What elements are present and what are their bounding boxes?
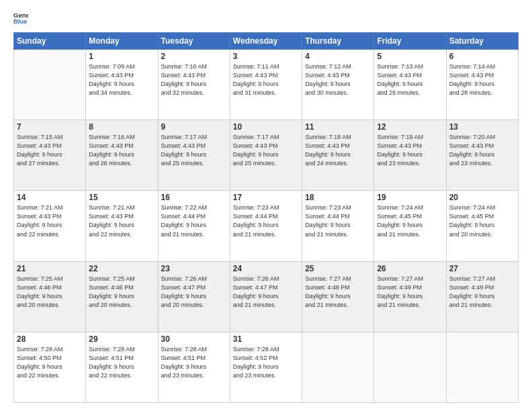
calendar-cell: 19Sunrise: 7:24 AMSunset: 4:45 PMDayligh… — [374, 191, 446, 261]
calendar-cell: 16Sunrise: 7:22 AMSunset: 4:44 PMDayligh… — [158, 191, 230, 261]
calendar-cell — [14, 50, 86, 120]
calendar-cell: 21Sunrise: 7:25 AMSunset: 4:46 PMDayligh… — [14, 261, 86, 332]
calendar-cell: 24Sunrise: 7:26 AMSunset: 4:47 PMDayligh… — [230, 261, 302, 332]
weekday-header-wednesday: Wednesday — [230, 33, 302, 50]
day-info: Sunrise: 7:27 AMSunset: 4:48 PMDaylight:… — [305, 275, 371, 310]
day-number: 5 — [377, 52, 443, 61]
calendar-cell: 11Sunrise: 7:18 AMSunset: 4:43 PMDayligh… — [302, 120, 374, 191]
calendar-cell: 5Sunrise: 7:13 AMSunset: 4:43 PMDaylight… — [374, 50, 446, 120]
day-number: 14 — [17, 193, 83, 202]
day-info: Sunrise: 7:25 AMSunset: 4:46 PMDaylight:… — [17, 275, 83, 310]
calendar-cell: 22Sunrise: 7:25 AMSunset: 4:46 PMDayligh… — [86, 261, 158, 332]
calendar-cell: 2Sunrise: 7:10 AMSunset: 4:43 PMDaylight… — [158, 50, 230, 120]
day-info: Sunrise: 7:25 AMSunset: 4:46 PMDaylight:… — [89, 275, 154, 310]
day-info: Sunrise: 7:28 AMSunset: 4:50 PMDaylight:… — [17, 345, 83, 380]
day-info: Sunrise: 7:23 AMSunset: 4:44 PMDaylight:… — [305, 203, 371, 238]
calendar-cell: 27Sunrise: 7:27 AMSunset: 4:49 PMDayligh… — [446, 261, 518, 332]
calendar-cell: 1Sunrise: 7:09 AMSunset: 4:43 PMDaylight… — [86, 50, 158, 120]
day-info: Sunrise: 7:21 AMSunset: 4:43 PMDaylight:… — [89, 203, 154, 238]
day-info: Sunrise: 7:27 AMSunset: 4:49 PMDaylight:… — [377, 275, 443, 310]
calendar-cell: 13Sunrise: 7:20 AMSunset: 4:43 PMDayligh… — [446, 120, 518, 191]
day-info: Sunrise: 7:12 AMSunset: 4:43 PMDaylight:… — [305, 62, 371, 97]
day-number: 11 — [305, 122, 371, 132]
day-info: Sunrise: 7:20 AMSunset: 4:43 PMDaylight:… — [449, 133, 515, 168]
calendar-cell: 15Sunrise: 7:21 AMSunset: 4:43 PMDayligh… — [86, 191, 158, 261]
day-number: 20 — [449, 193, 515, 202]
day-number: 29 — [89, 334, 154, 344]
day-info: Sunrise: 7:18 AMSunset: 4:43 PMDaylight:… — [305, 133, 371, 168]
day-number: 8 — [89, 122, 154, 132]
day-number: 2 — [161, 52, 227, 61]
calendar-cell: 30Sunrise: 7:28 AMSunset: 4:51 PMDayligh… — [158, 332, 230, 402]
calendar-cell: 12Sunrise: 7:19 AMSunset: 4:43 PMDayligh… — [374, 120, 446, 191]
day-number: 7 — [17, 122, 83, 132]
calendar-cell — [374, 332, 446, 402]
day-info: Sunrise: 7:11 AMSunset: 4:43 PMDaylight:… — [233, 62, 299, 97]
calendar-cell: 17Sunrise: 7:23 AMSunset: 4:44 PMDayligh… — [230, 191, 302, 261]
week-row-1: 1Sunrise: 7:09 AMSunset: 4:43 PMDaylight… — [14, 50, 519, 120]
day-number: 4 — [305, 52, 371, 61]
day-number: 9 — [161, 122, 227, 132]
weekday-header-sunday: Sunday — [14, 33, 86, 50]
calendar-cell — [302, 332, 374, 402]
week-row-4: 21Sunrise: 7:25 AMSunset: 4:46 PMDayligh… — [14, 261, 519, 332]
day-number: 13 — [449, 122, 515, 132]
page: General Blue SundayMondayTuesdayWednesda… — [0, 0, 532, 411]
day-number: 26 — [377, 264, 443, 273]
weekday-header-friday: Friday — [374, 33, 446, 50]
day-info: Sunrise: 7:23 AMSunset: 4:44 PMDaylight:… — [233, 203, 299, 238]
day-info: Sunrise: 7:13 AMSunset: 4:43 PMDaylight:… — [377, 62, 443, 97]
day-info: Sunrise: 7:10 AMSunset: 4:43 PMDaylight:… — [161, 62, 227, 97]
calendar-cell: 31Sunrise: 7:28 AMSunset: 4:52 PMDayligh… — [230, 332, 302, 402]
calendar-cell: 14Sunrise: 7:21 AMSunset: 4:43 PMDayligh… — [14, 191, 86, 261]
day-number: 25 — [305, 264, 371, 273]
calendar-cell: 18Sunrise: 7:23 AMSunset: 4:44 PMDayligh… — [302, 191, 374, 261]
day-number: 19 — [377, 193, 443, 202]
calendar-cell: 3Sunrise: 7:11 AMSunset: 4:43 PMDaylight… — [230, 50, 302, 120]
day-info: Sunrise: 7:28 AMSunset: 4:51 PMDaylight:… — [89, 345, 154, 380]
day-number: 12 — [377, 122, 443, 132]
day-info: Sunrise: 7:28 AMSunset: 4:51 PMDaylight:… — [161, 345, 227, 380]
day-info: Sunrise: 7:16 AMSunset: 4:43 PMDaylight:… — [89, 133, 154, 168]
day-info: Sunrise: 7:26 AMSunset: 4:47 PMDaylight:… — [161, 275, 227, 310]
day-number: 21 — [17, 264, 83, 273]
weekday-header-row: SundayMondayTuesdayWednesdayThursdayFrid… — [14, 33, 519, 50]
day-info: Sunrise: 7:15 AMSunset: 4:43 PMDaylight:… — [17, 133, 83, 168]
calendar-cell: 26Sunrise: 7:27 AMSunset: 4:49 PMDayligh… — [374, 261, 446, 332]
day-number: 10 — [233, 122, 299, 132]
weekday-header-tuesday: Tuesday — [158, 33, 230, 50]
calendar-cell: 20Sunrise: 7:24 AMSunset: 4:45 PMDayligh… — [446, 191, 518, 261]
day-number: 30 — [161, 334, 227, 344]
weekday-header-thursday: Thursday — [302, 33, 374, 50]
day-info: Sunrise: 7:19 AMSunset: 4:43 PMDaylight:… — [377, 133, 443, 168]
day-info: Sunrise: 7:09 AMSunset: 4:43 PMDaylight:… — [89, 62, 154, 97]
week-row-5: 28Sunrise: 7:28 AMSunset: 4:50 PMDayligh… — [14, 332, 519, 402]
calendar-cell: 23Sunrise: 7:26 AMSunset: 4:47 PMDayligh… — [158, 261, 230, 332]
day-info: Sunrise: 7:24 AMSunset: 4:45 PMDaylight:… — [377, 203, 443, 238]
week-row-3: 14Sunrise: 7:21 AMSunset: 4:43 PMDayligh… — [14, 191, 519, 261]
day-info: Sunrise: 7:17 AMSunset: 4:43 PMDaylight:… — [161, 133, 227, 168]
calendar-cell: 4Sunrise: 7:12 AMSunset: 4:43 PMDaylight… — [302, 50, 374, 120]
week-row-2: 7Sunrise: 7:15 AMSunset: 4:43 PMDaylight… — [14, 120, 519, 191]
calendar-cell: 6Sunrise: 7:14 AMSunset: 4:43 PMDaylight… — [446, 50, 518, 120]
day-info: Sunrise: 7:14 AMSunset: 4:43 PMDaylight:… — [449, 62, 515, 97]
calendar-cell: 29Sunrise: 7:28 AMSunset: 4:51 PMDayligh… — [86, 332, 158, 402]
day-number: 22 — [89, 264, 154, 273]
day-number: 31 — [233, 334, 299, 344]
logo: General Blue — [13, 11, 28, 26]
day-info: Sunrise: 7:26 AMSunset: 4:47 PMDaylight:… — [233, 275, 299, 310]
day-number: 1 — [89, 52, 154, 61]
day-info: Sunrise: 7:24 AMSunset: 4:45 PMDaylight:… — [449, 203, 515, 238]
day-info: Sunrise: 7:21 AMSunset: 4:43 PMDaylight:… — [17, 203, 83, 238]
day-info: Sunrise: 7:28 AMSunset: 4:52 PMDaylight:… — [233, 345, 299, 380]
day-info: Sunrise: 7:22 AMSunset: 4:44 PMDaylight:… — [161, 203, 227, 238]
calendar-cell: 9Sunrise: 7:17 AMSunset: 4:43 PMDaylight… — [158, 120, 230, 191]
day-info: Sunrise: 7:17 AMSunset: 4:43 PMDaylight:… — [233, 133, 299, 168]
calendar-cell: 25Sunrise: 7:27 AMSunset: 4:48 PMDayligh… — [302, 261, 374, 332]
day-number: 23 — [161, 264, 227, 273]
day-number: 15 — [89, 193, 154, 202]
day-number: 3 — [233, 52, 299, 61]
logo-icon: General Blue — [13, 11, 28, 26]
calendar-cell: 10Sunrise: 7:17 AMSunset: 4:43 PMDayligh… — [230, 120, 302, 191]
day-number: 17 — [233, 193, 299, 202]
